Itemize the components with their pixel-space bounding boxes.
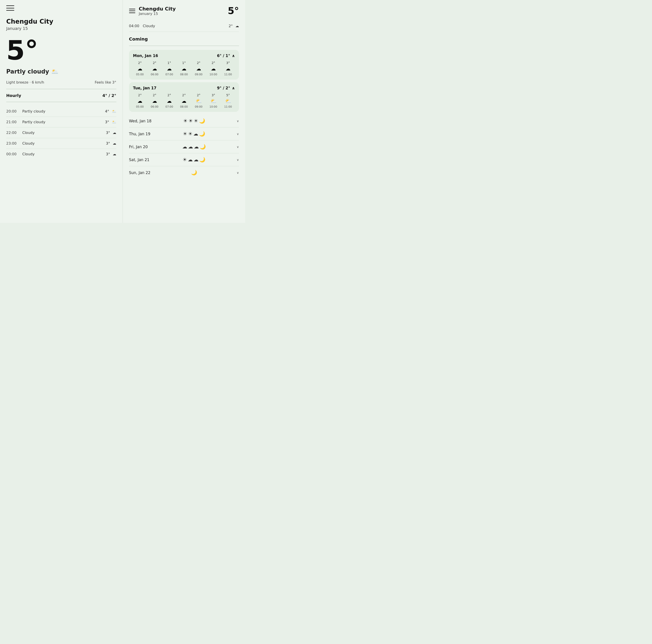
current-right: 2° ☁️ <box>229 24 239 28</box>
fh-time: 10:00 <box>207 73 220 76</box>
daily-row[interactable]: Sat, Jan 21 ☀️☁️☁️🌙 ∨ <box>129 153 239 166</box>
daily-weather-icon: ☀️ <box>183 118 188 124</box>
fh-icon: ☁️ <box>162 98 176 104</box>
fh-icon: ☁️ <box>221 66 235 72</box>
fh-icon: ☁️ <box>133 66 147 72</box>
fh-icon: ⛅ <box>192 98 206 104</box>
daily-weather-icon: ☀️ <box>194 118 198 124</box>
hourly-item: 21:00 Partly cloudy 3° 🌥️ <box>6 117 116 128</box>
daily-icons: ☁️☁️☁️🌙 <box>182 144 206 149</box>
fh-time: 06:00 <box>147 73 161 76</box>
daily-weather-icon: ☀️ <box>183 131 187 137</box>
fh-temp: 1° <box>162 61 176 65</box>
fh-icon: ⛅ <box>221 98 235 104</box>
fh-temp: 3° <box>207 93 220 97</box>
fh-icon: ☁️ <box>162 66 176 72</box>
hourly-cloud-icon: 🌥️ <box>112 120 116 124</box>
forecast-hour-col: 1° ☁️ 07:00 <box>162 61 176 76</box>
menu-button-right[interactable] <box>129 9 135 13</box>
divider-coming <box>129 46 239 46</box>
hourly-condition-text: Cloudy <box>22 152 34 156</box>
forecast-hour-col: 2° ☁️ 05:00 <box>133 61 147 76</box>
daily-row[interactable]: Thu, Jan 19 ☀️☀️☁️🌙 ∨ <box>129 128 239 140</box>
hourly-temp: 4° <box>105 109 109 113</box>
fh-icon: ☁️ <box>177 98 191 104</box>
hourly-list: 20:00 Partly cloudy 4° 🌥️ 21:00 Partly c… <box>6 106 116 159</box>
fh-icon: ☁️ <box>147 66 161 72</box>
daily-weather-icon: 🌙 <box>199 131 205 137</box>
daily-row[interactable]: Sun, Jan 22 🌙 ∨ <box>129 166 239 179</box>
date-label: January 15 <box>6 26 116 31</box>
daily-row[interactable]: Wed, Jan 18 ☀️☀️☀️🌙 ∨ <box>129 115 239 128</box>
fh-temp: 2° <box>133 61 147 65</box>
fh-icon: ☁️ <box>177 66 191 72</box>
chevron-down-icon[interactable]: ∨ <box>237 119 239 123</box>
daily-weather-icon: ☁️ <box>193 157 198 163</box>
forecast-card: Mon, Jan 16 6° / 1° ∧ 2° ☁️ 05:00 2° ☁️ … <box>129 50 239 80</box>
forecast-range: 6° / 1° ∧ <box>217 54 235 58</box>
daily-weather-icon: ☀️ <box>183 157 187 163</box>
current-temperature: 5° <box>6 37 116 64</box>
hourly-time: 22:00 <box>6 131 18 135</box>
chevron-up-icon[interactable]: ∧ <box>232 54 235 58</box>
daily-weather-icon: ☀️ <box>188 131 193 137</box>
fh-time: 07:00 <box>162 73 176 76</box>
daily-weather-icon: ☁️ <box>193 131 198 137</box>
divider-2 <box>6 102 116 102</box>
fh-time: 08:00 <box>177 73 191 76</box>
fh-temp: 2° <box>133 93 147 97</box>
daily-weather-icon: 🌙 <box>191 170 197 175</box>
hourly-condition-text: Cloudy <box>22 131 34 135</box>
chevron-down-icon[interactable]: ∨ <box>237 132 239 136</box>
fh-icon: ☁️ <box>192 66 206 72</box>
daily-day: Fri, Jan 20 <box>129 145 151 149</box>
chevron-down-icon[interactable]: ∨ <box>237 171 239 174</box>
daily-weather-icon: 🌙 <box>199 157 205 163</box>
forecast-day: Mon, Jan 16 <box>133 54 158 58</box>
forecast-hour-col: 3° ⛅ 10:00 <box>207 93 220 108</box>
fh-time: 10:00 <box>207 105 220 108</box>
hourly-temp: 3° <box>105 120 109 124</box>
fh-time: 11:00 <box>221 105 235 108</box>
forecast-day: Tue, Jan 17 <box>133 86 157 90</box>
forecast-expanded: Mon, Jan 16 6° / 1° ∧ 2° ☁️ 05:00 2° ☁️ … <box>129 50 239 112</box>
forecast-hour-col: 2° ☁️ 08:00 <box>177 93 191 108</box>
daily-weather-icon: ☀️ <box>188 118 193 124</box>
weather-condition: Partly cloudy 🌥️ <box>6 68 116 75</box>
hourly-condition-text: Partly cloudy <box>22 109 45 113</box>
daily-day: Sat, Jan 21 <box>129 158 151 162</box>
coming-label: Coming <box>129 36 239 42</box>
forecast-hour-col: 2° ☁️ 10:00 <box>207 61 220 76</box>
hourly-condition-text: Cloudy <box>22 141 34 145</box>
daily-weather-icon: ☁️ <box>188 144 193 149</box>
daily-right: ∨ <box>237 171 239 174</box>
forecast-hour-col: 5° ⛅ 11:00 <box>221 93 235 108</box>
forecast-hour-col: 2° ☁️ 05:00 <box>133 93 147 108</box>
menu-button[interactable] <box>6 5 14 11</box>
header-left: Chengdu City January 15 <box>129 6 176 16</box>
hourly-cloud-icon: 🌥️ <box>112 109 116 113</box>
daily-weather-icon: 🌙 <box>199 118 205 124</box>
hourly-time: 20:00 <box>6 109 18 113</box>
header-city-date: Chengdu City January 15 <box>139 6 176 16</box>
daily-weather-icon: ☁️ <box>194 144 199 149</box>
current-time: 04:00 <box>129 24 139 28</box>
daily-row[interactable]: Fri, Jan 20 ☁️☁️☁️🌙 ∨ <box>129 140 239 153</box>
forecast-hour-col: 2° ⛅ 09:00 <box>192 93 206 108</box>
right-header: Chengdu City January 15 5° <box>129 5 239 16</box>
hourly-item: 00:00 Cloudy 3° ☁️ <box>6 149 116 159</box>
daily-weather-icon: ☁️ <box>188 157 193 163</box>
hourly-temp: 3° <box>106 141 110 145</box>
current-weather-row: 04:00 Cloudy 2° ☁️ <box>129 20 239 32</box>
chevron-up-icon[interactable]: ∧ <box>232 86 235 90</box>
daily-day: Thu, Jan 19 <box>129 132 151 136</box>
fh-temp: 5° <box>221 93 235 97</box>
right-city: Chengdu City <box>139 6 176 11</box>
daily-right: ∨ <box>237 158 239 162</box>
chevron-down-icon[interactable]: ∨ <box>237 145 239 149</box>
daily-weather-icon: ☁️ <box>182 144 187 149</box>
current-temp: 2° <box>229 24 233 28</box>
hourly-label: Hourly <box>6 93 21 98</box>
chevron-down-icon[interactable]: ∨ <box>237 158 239 162</box>
forecast-hour-col: 2° ☁️ 06:00 <box>147 61 161 76</box>
